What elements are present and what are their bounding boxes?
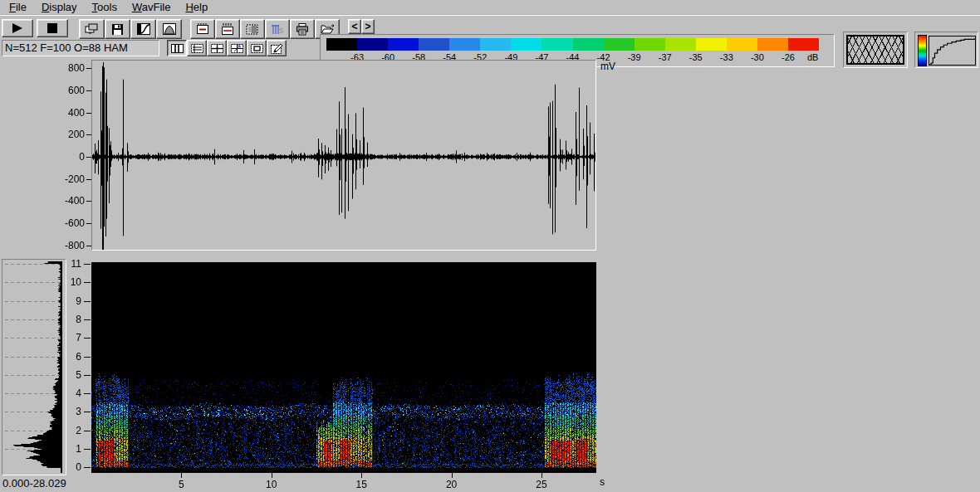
scale-tick-label: -26 (773, 52, 803, 62)
spectrogram-canvas[interactable] (91, 262, 596, 473)
view-innerbox-button[interactable] (247, 40, 267, 56)
next-arrow-icon: > (365, 21, 370, 32)
scale-segment (357, 38, 388, 51)
view-cross-button[interactable] (207, 40, 227, 56)
waveform-window-icon (196, 23, 209, 36)
axis-label: 0 (50, 151, 85, 163)
menu-item-help[interactable]: Help (178, 0, 215, 14)
fs-lines-button[interactable]: s (265, 19, 290, 39)
scale-segment (635, 38, 665, 51)
axis-label: -600 (50, 217, 85, 229)
axis-tick (272, 473, 272, 478)
edit-annotate-button[interactable] (267, 40, 287, 56)
view-cross-arrow-button[interactable] (227, 40, 247, 56)
prev-button[interactable]: < (348, 19, 361, 34)
scale-tick-label: -37 (650, 52, 680, 62)
dither-box-button[interactable] (240, 19, 265, 39)
grid-cross-arrow-icon (231, 43, 243, 54)
menu-item-display[interactable]: Display (34, 0, 85, 14)
axis-label: 15 (349, 479, 374, 490)
spectrogram-marks-icon (221, 23, 234, 36)
scale-segment (449, 38, 480, 51)
waveform-panel (91, 60, 596, 251)
open-folder-icon (321, 23, 335, 35)
spectrogram-marks-button[interactable] (215, 19, 240, 39)
menu-item-tools[interactable]: Tools (85, 0, 125, 14)
toolbar-group-display: s (190, 19, 340, 39)
axis-label: 10 (259, 479, 284, 490)
view-hlines-button[interactable] (187, 40, 207, 56)
axis-tick (84, 338, 91, 339)
db-color-bar (326, 38, 819, 51)
next-button[interactable]: > (361, 19, 375, 34)
scale-segment (727, 38, 757, 51)
axis-tick (452, 473, 453, 478)
scale-segment (388, 38, 419, 51)
scale-segment (665, 38, 696, 51)
toolbar-row-1: s < > (2, 19, 375, 39)
grid-hlines-icon (191, 43, 203, 54)
play-icon (10, 22, 25, 34)
waveform-window-button[interactable] (190, 19, 215, 39)
scale-segment (326, 38, 357, 51)
axis-tick (84, 393, 91, 394)
axis-tick (84, 319, 91, 320)
view-vlines-button[interactable] (167, 40, 187, 56)
stop-button[interactable] (37, 19, 68, 37)
scale-segment (696, 38, 727, 51)
fs-lines-icon: s (271, 23, 284, 36)
play-button[interactable] (2, 19, 33, 37)
svg-text:s: s (279, 26, 283, 35)
db-unit-label: dB (807, 52, 818, 62)
save-button[interactable] (105, 19, 130, 39)
axis-tick (181, 473, 182, 478)
palette-curve-canvas (918, 35, 977, 66)
scale-segment (480, 38, 511, 51)
gain-curve-icon (137, 23, 150, 35)
axis-tick (84, 431, 91, 431)
axis-label: 25 (529, 479, 554, 490)
spectrum-profile-canvas (2, 260, 66, 475)
palette-mapping-panel (914, 32, 978, 68)
inner-box-icon (251, 43, 263, 54)
axis-label: 600 (50, 85, 85, 96)
time-unit-label: s (600, 476, 605, 488)
menu-item-wavfile[interactable]: WavFile (125, 0, 178, 14)
axis-label: 400 (50, 107, 85, 119)
stop-icon (47, 22, 58, 34)
toolbar-group-file (79, 19, 182, 39)
print-button[interactable] (290, 19, 315, 39)
window-function-button[interactable] (156, 19, 182, 39)
axis-label: 5 (169, 479, 194, 490)
spectrum-profile-panel (2, 259, 66, 475)
axis-tick (84, 301, 91, 302)
screens-icon (85, 23, 99, 35)
printer-icon (296, 23, 309, 36)
scale-segment (419, 38, 449, 51)
axis-tick (361, 473, 362, 478)
axis-tick (84, 375, 91, 376)
scale-tick-label: -33 (712, 52, 742, 62)
menu-item-file[interactable]: File (2, 0, 34, 14)
axis-tick (84, 449, 91, 450)
axis-tick (84, 467, 91, 468)
scale-tick-label: -39 (620, 52, 649, 62)
axis-label: 800 (50, 62, 85, 74)
scale-tick-label: -30 (742, 52, 772, 62)
time-range-readout: 0.000-28.029 (2, 477, 66, 490)
gain-curve-button[interactable] (130, 19, 156, 39)
axis-tick (541, 473, 542, 478)
screens-button[interactable] (79, 19, 105, 39)
menu-bar: File Display Tools WavFile Help (0, 0, 980, 15)
grid-vlines-icon (171, 43, 184, 54)
spectrogram-panel (91, 262, 596, 473)
waveform-canvas[interactable] (92, 61, 595, 250)
axis-label: 200 (50, 129, 85, 140)
scale-segment (541, 38, 572, 51)
crosshatch-pattern (846, 35, 904, 65)
axis-label: -400 (50, 195, 85, 207)
scale-segment (757, 38, 788, 51)
dither-box-icon (246, 23, 259, 36)
scale-segment (604, 38, 635, 51)
axis-label: -800 (50, 240, 85, 251)
